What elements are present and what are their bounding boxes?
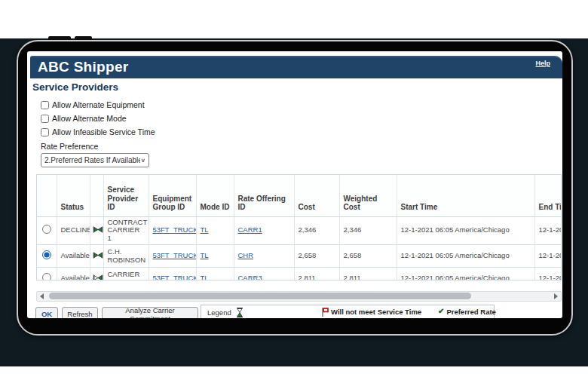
- cost-cell: 2,346: [294, 216, 339, 245]
- rate-offering-link[interactable]: CHR: [238, 251, 254, 259]
- service-provider-cell: C.H. ROBINSON: [103, 245, 149, 268]
- scroll-right-icon: [554, 293, 558, 299]
- checkbox-label: Allow Alternate Equipment: [52, 100, 145, 109]
- column-header-icon: [90, 175, 103, 216]
- hourglass-icon: [93, 225, 103, 233]
- help-link[interactable]: Help: [535, 60, 550, 67]
- cost-cell: 2,811: [294, 268, 339, 280]
- app-header-bar: ABC Shipper Help: [30, 56, 562, 78]
- hourglass-icon: [93, 251, 103, 259]
- legend-item-label: Will not meet Service Time: [331, 308, 421, 316]
- analyze-carrier-commitment-button[interactable]: Analyze Carrier Commitment: [102, 307, 198, 318]
- service-providers-table: Status Service Provider ID Equipment Gro…: [36, 174, 562, 280]
- mode-link[interactable]: TL: [201, 274, 209, 280]
- weighted-cost-cell: 2,658: [339, 245, 397, 268]
- carrier-radio[interactable]: [42, 225, 51, 234]
- cost-cell: 2,658: [294, 245, 339, 268]
- start-time-cell: 12-1-2021 06:05 America/Chicago: [397, 268, 534, 280]
- rate-offering-link[interactable]: CARR1: [238, 225, 262, 234]
- end-time-cell: 12-1-20: [534, 268, 562, 280]
- checkbox-label: Allow Infeasible Service Time: [52, 127, 155, 136]
- end-time-cell: 12-1-20: [534, 245, 562, 268]
- status-cell: DECLINED: [57, 216, 90, 245]
- allow-infeasible-service-time-checkbox[interactable]: [41, 128, 49, 136]
- row-status-icon-cell: [90, 245, 103, 268]
- column-header-equipment-group-id: Equipment Group ID: [149, 175, 196, 216]
- column-header-status: Status: [57, 175, 90, 216]
- service-provider-cell: CARRIER 3: [103, 268, 149, 280]
- scrollbar-thumb[interactable]: [49, 293, 471, 299]
- end-time-cell: 12-1-20: [534, 216, 562, 245]
- ok-button[interactable]: OK: [35, 307, 58, 318]
- column-header-select: [37, 175, 57, 216]
- checkbox-row: Allow Alternate Equipment: [41, 100, 145, 110]
- check-icon: ✔: [438, 308, 444, 315]
- allow-alternate-mode-checkbox[interactable]: [41, 115, 49, 123]
- status-cell: Available: [57, 268, 90, 280]
- table-header-row: Status Service Provider ID Equipment Gro…: [37, 175, 562, 216]
- legend-item: [236, 308, 246, 317]
- carrier-radio[interactable]: [42, 273, 51, 280]
- start-time-cell: 12-1-2021 06:05 America/Chicago: [397, 216, 534, 245]
- rate-preference-label: Rate Preference: [41, 142, 98, 151]
- flag-icon: [322, 308, 329, 317]
- checkbox-row: Allow Infeasible Service Time: [41, 127, 155, 137]
- mode-link[interactable]: TL: [201, 225, 209, 234]
- rate-preference-value: 2.Preferred Rates If Available: [44, 156, 140, 164]
- rate-offering-link[interactable]: CARR3: [238, 274, 262, 280]
- table-row: DECLINED CONTRACT CARRIER 1 53FT_TRUCK T…: [37, 216, 562, 245]
- equipment-group-link[interactable]: 53FT_TRUCK: [153, 251, 197, 259]
- column-header-start-time: Start Time: [397, 175, 534, 216]
- column-header-end-time: End Time: [534, 175, 562, 216]
- horizontal-scrollbar[interactable]: [36, 291, 562, 302]
- equipment-group-link[interactable]: 53FT_TRUCK: [153, 274, 197, 280]
- weighted-cost-cell: 2,811: [339, 268, 397, 280]
- start-time-cell: 12-1-2021 06:05 America/Chicago: [397, 245, 534, 268]
- service-provider-cell: CONTRACT CARRIER 1: [103, 216, 149, 245]
- legend: Legend Will not meet Service Time: [201, 305, 495, 318]
- column-header-mode-id: Mode ID: [196, 175, 234, 216]
- hourglass-icon: [236, 308, 243, 317]
- tablet-screen: ABC Shipper Help Service Providers Allow…: [27, 51, 562, 318]
- column-header-service-provider-id: Service Provider ID: [103, 175, 149, 216]
- mode-link[interactable]: TL: [201, 251, 209, 259]
- page-title: Service Providers: [32, 81, 118, 93]
- legend-item: Will not meet Service Time: [322, 308, 421, 317]
- chevron-down-icon: ∨: [140, 158, 145, 164]
- carrier-radio[interactable]: [42, 250, 51, 259]
- scroll-left-button[interactable]: [37, 292, 47, 301]
- stage: ABC Shipper Help Service Providers Allow…: [0, 0, 588, 377]
- table-row: Available CARRIER 3 53FT_TRUCK TL CARR3 …: [37, 268, 562, 280]
- table-row: Available C.H. ROBINSON 53FT_TRUCK TL CH…: [37, 245, 562, 268]
- legend-item: ✔ Preferred Rate: [438, 308, 496, 316]
- row-status-icon-cell: [90, 268, 103, 280]
- weighted-cost-cell: 2,346: [339, 216, 397, 245]
- legend-item-label: Preferred Rate: [446, 308, 495, 316]
- checkbox-row: Allow Alternate Mode: [41, 113, 127, 124]
- checkbox-label: Allow Alternate Mode: [52, 114, 127, 123]
- scroll-right-button[interactable]: [551, 292, 561, 301]
- equipment-group-link[interactable]: 53FT_TRUCK: [153, 225, 197, 234]
- status-cell: Available: [57, 245, 90, 268]
- app-title: ABC Shipper: [38, 59, 128, 75]
- hourglass-icon: [93, 274, 103, 280]
- rate-preference-select[interactable]: 2.Preferred Rates If Available ∨: [41, 153, 149, 167]
- column-header-rate-offering-id: Rate Offering ID: [234, 175, 294, 216]
- row-status-icon-cell: [90, 216, 103, 245]
- column-header-cost: Cost: [294, 175, 339, 216]
- scroll-left-icon: [40, 293, 44, 299]
- refresh-button[interactable]: Refresh: [62, 307, 98, 318]
- column-header-weighted-cost: Weighted Cost: [339, 175, 397, 216]
- allow-alternate-equipment-checkbox[interactable]: [41, 101, 49, 109]
- legend-label: Legend: [207, 308, 231, 317]
